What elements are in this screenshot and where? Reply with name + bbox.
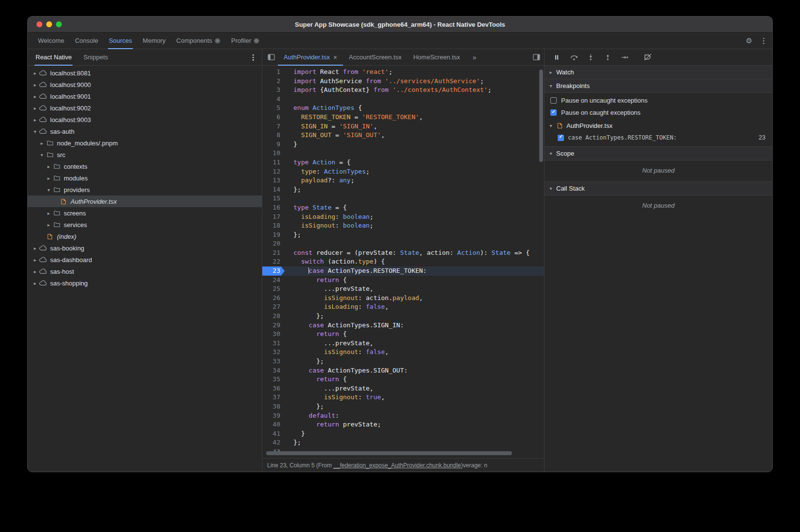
code-line[interactable]: 9} — [262, 140, 544, 149]
code-line[interactable]: 22 switch (action.type) { — [262, 257, 544, 266]
line-number[interactable]: 26 — [262, 294, 285, 303]
code-line[interactable]: 6 RESTORE_TOKEN = 'RESTORE_TOKEN', — [262, 113, 544, 122]
hide-navigator-icon[interactable] — [264, 49, 278, 65]
step-into-icon[interactable] — [586, 53, 595, 61]
line-number[interactable]: 7 — [262, 122, 285, 131]
line-number[interactable]: 15 — [262, 194, 285, 203]
editor-tab[interactable]: AccountScreen.tsx — [343, 49, 407, 65]
scope-section-header[interactable]: ▾ Scope — [545, 147, 772, 160]
code-line[interactable]: 26 isSignout: action.payload, — [262, 294, 544, 303]
pause-option-row[interactable]: Pause on caught exceptions — [545, 106, 772, 119]
code-line[interactable]: 21const reducer = (prevState: State, act… — [262, 248, 544, 258]
settings-gear-icon[interactable]: ⚙ — [746, 36, 752, 45]
titlebar[interactable]: Super App Showcase (sdk_gphone64_arm64) … — [28, 17, 772, 33]
code-line[interactable]: 16type State = { — [262, 203, 544, 213]
tree-expander-icon[interactable]: ▾ — [45, 187, 52, 193]
tree-item[interactable]: ▸sas-shopping — [28, 277, 262, 289]
line-number[interactable]: 12 — [262, 167, 285, 177]
line-number[interactable]: 10 — [262, 149, 285, 158]
tree-expander-icon[interactable]: ▸ — [38, 141, 45, 146]
tree-item[interactable]: ▸sas-dashboard — [28, 254, 262, 266]
line-number[interactable]: 2 — [262, 77, 285, 86]
code-line[interactable]: 10 — [262, 149, 544, 158]
tab-welcome[interactable]: Welcome — [33, 33, 70, 49]
tab-profiler[interactable]: Profiler — [226, 33, 265, 49]
line-number[interactable]: 22 — [262, 257, 285, 266]
code-line[interactable]: 24 return { — [262, 276, 544, 285]
tree-item[interactable]: (index) — [28, 231, 262, 242]
tree-item[interactable]: ▸localhost:8081 — [28, 67, 262, 79]
code-line[interactable]: 23 case ActionTypes.RESTORE_TOKEN: — [262, 266, 544, 276]
line-number[interactable]: 24 — [262, 276, 285, 285]
code-line[interactable]: 7 SIGN_IN = 'SIGN_IN', — [262, 122, 544, 131]
chevron-down-icon[interactable]: ▾ — [548, 186, 553, 191]
line-number[interactable]: 14 — [262, 185, 285, 195]
code-line[interactable]: 39 default: — [262, 411, 544, 421]
line-number[interactable]: 35 — [262, 375, 285, 384]
vertical-scrollbar[interactable] — [539, 70, 543, 162]
code-line[interactable]: 36 ...prevState, — [262, 384, 544, 393]
tree-expander-icon[interactable]: ▾ — [38, 152, 45, 158]
chevron-right-icon[interactable]: ▸ — [548, 70, 553, 75]
code-line[interactable]: 13 payload?: any; — [262, 176, 544, 185]
code-line[interactable]: 15 — [262, 194, 544, 203]
line-number[interactable]: 3 — [262, 86, 285, 95]
line-number[interactable]: 34 — [262, 366, 285, 375]
code-line[interactable]: 41 } — [262, 429, 544, 439]
zoom-window-button[interactable] — [56, 21, 62, 27]
pause-icon[interactable] — [552, 53, 561, 61]
tree-item[interactable]: ▸localhost:9000 — [28, 79, 262, 90]
code-line[interactable]: 8 SIGN_OUT = 'SIGN_OUT', — [262, 131, 544, 140]
tree-item[interactable]: ▸localhost:9002 — [28, 102, 262, 114]
chevron-down-icon[interactable]: ▾ — [548, 83, 553, 89]
tree-item[interactable]: ▸screens — [28, 207, 262, 219]
line-number[interactable]: 29 — [262, 321, 285, 330]
breakpoint-file-group[interactable]: ▾ AuthProvider.tsx — [545, 120, 772, 132]
editor-tab[interactable]: HomeScreen.tsx — [407, 49, 466, 65]
code-line[interactable]: 37 isSignout: true, — [262, 393, 544, 402]
code-line[interactable]: 30 return { — [262, 330, 544, 339]
tree-item[interactable]: ▾sas-auth — [28, 125, 262, 137]
code-line[interactable]: 17 isLoading: boolean; — [262, 213, 544, 222]
code-line[interactable]: 31 ...prevState, — [262, 339, 544, 348]
pause-option-row[interactable]: Pause on uncaught exceptions — [545, 94, 772, 106]
tree-expander-icon[interactable]: ▸ — [45, 211, 52, 216]
tree-item[interactable]: ▸modules — [28, 172, 262, 184]
tab-memory[interactable]: Memory — [137, 33, 171, 49]
breakpoints-section-header[interactable]: ▾ Breakpoints — [545, 79, 772, 93]
tree-expander-icon[interactable]: ▸ — [32, 71, 38, 76]
more-menu-icon[interactable]: ⋮ — [760, 36, 767, 45]
close-window-button[interactable] — [36, 21, 42, 27]
show-debugger-icon[interactable] — [529, 49, 543, 65]
checkbox[interactable] — [550, 97, 557, 104]
line-number[interactable]: 8 — [262, 131, 285, 140]
tree-item[interactable]: ▸sas-booking — [28, 242, 262, 254]
tree-expander-icon[interactable]: ▸ — [32, 269, 38, 274]
minimize-window-button[interactable] — [46, 21, 52, 27]
line-number[interactable]: 33 — [262, 357, 285, 366]
line-number[interactable]: 4 — [262, 95, 285, 104]
tree-expander-icon[interactable]: ▸ — [45, 222, 52, 228]
code-editor[interactable]: 1import React from 'react';2import AuthS… — [262, 66, 544, 458]
code-line[interactable]: 11type Action = { — [262, 158, 544, 167]
call-stack-section-header[interactable]: ▾ Call Stack — [545, 182, 772, 195]
line-number[interactable]: 36 — [262, 384, 285, 393]
code-line[interactable]: 40 return prevState; — [262, 420, 544, 429]
tree-expander-icon[interactable]: ▸ — [45, 164, 52, 169]
line-number[interactable]: 16 — [262, 203, 285, 213]
step-over-icon[interactable] — [569, 53, 578, 61]
line-number[interactable]: 1 — [262, 68, 285, 77]
code-line[interactable]: 38 }; — [262, 402, 544, 411]
horizontal-scrollbar[interactable] — [266, 451, 512, 455]
line-number[interactable]: 13 — [262, 176, 285, 185]
code-line[interactable]: 20 — [262, 239, 544, 248]
line-number[interactable]: 39 — [262, 411, 285, 421]
tree-expander-icon[interactable]: ▾ — [32, 129, 38, 134]
code-line[interactable]: 32 isSignout: false, — [262, 348, 544, 357]
tree-item[interactable]: ▸services — [28, 219, 262, 231]
line-number[interactable]: 27 — [262, 302, 285, 312]
line-number[interactable]: 42 — [262, 438, 285, 447]
deactivate-breakpoints-icon[interactable] — [643, 53, 652, 61]
line-number[interactable]: 11 — [262, 158, 285, 167]
line-number[interactable]: 37 — [262, 393, 285, 402]
